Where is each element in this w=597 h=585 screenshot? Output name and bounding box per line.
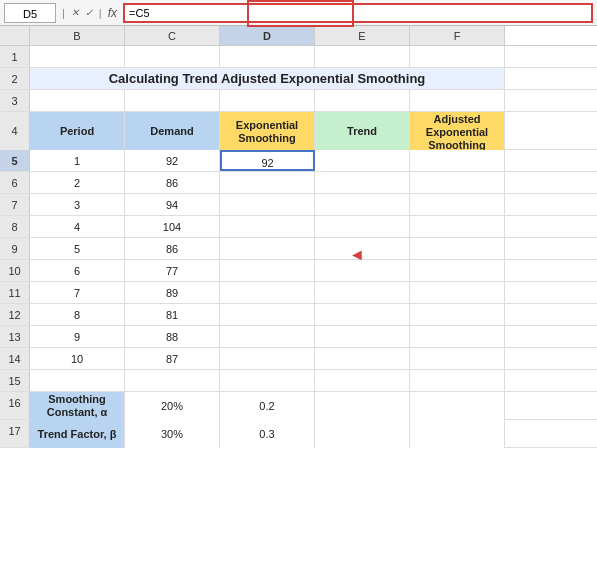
cell-e11[interactable] <box>315 282 410 303</box>
cell-f8[interactable] <box>410 216 505 237</box>
cell-c10[interactable]: 77 <box>125 260 220 281</box>
cell-d17[interactable]: 0.3 <box>220 420 315 448</box>
cell-d12[interactable] <box>220 304 315 325</box>
confirm-icon[interactable]: ✓ <box>85 7 93 18</box>
cell-e1[interactable] <box>315 46 410 67</box>
cell-f13[interactable] <box>410 326 505 347</box>
cell-f6[interactable] <box>410 172 505 193</box>
data-row-9: 9 5 86 <box>0 238 597 260</box>
cell-e15[interactable] <box>315 370 410 391</box>
cell-reference-box[interactable]: D5 <box>4 3 56 23</box>
data-row-13: 13 9 88 <box>0 326 597 348</box>
cell-e14[interactable] <box>315 348 410 369</box>
cell-b9[interactable]: 5 <box>30 238 125 259</box>
cell-c3[interactable] <box>125 90 220 111</box>
cell-c14[interactable]: 87 <box>125 348 220 369</box>
data-row-11: 11 7 89 <box>0 282 597 304</box>
row-17: 17 Trend Factor, β 30% 0.3 <box>0 420 597 448</box>
rownum-6: 6 <box>0 172 30 193</box>
cell-d11[interactable] <box>220 282 315 303</box>
rownum-2: 2 <box>0 68 30 89</box>
data-row-10: 10 6 77 <box>0 260 597 282</box>
cell-f16[interactable] <box>410 392 505 420</box>
cell-c15[interactable] <box>125 370 220 391</box>
col-header-f[interactable]: F <box>410 26 505 45</box>
rownum-17: 17 <box>0 420 30 447</box>
fx-icon: fx <box>108 6 117 20</box>
cell-e12[interactable] <box>315 304 410 325</box>
cell-f1[interactable] <box>410 46 505 67</box>
cell-f7[interactable] <box>410 194 505 215</box>
cell-e13[interactable] <box>315 326 410 347</box>
cell-f9[interactable] <box>410 238 505 259</box>
cell-c8[interactable]: 104 <box>125 216 220 237</box>
cell-d6[interactable] <box>220 172 315 193</box>
cell-b13[interactable]: 9 <box>30 326 125 347</box>
header-adj-exp: Adjusted Exponential Smoothing <box>410 112 505 150</box>
cell-c13[interactable]: 88 <box>125 326 220 347</box>
cell-b8[interactable]: 4 <box>30 216 125 237</box>
cell-b10[interactable]: 6 <box>30 260 125 281</box>
cell-e16[interactable] <box>315 392 410 420</box>
cell-e5[interactable] <box>315 150 410 171</box>
rownum-3: 3 <box>0 90 30 111</box>
rownum-14: 14 <box>0 348 30 369</box>
cell-d15[interactable] <box>220 370 315 391</box>
cell-f12[interactable] <box>410 304 505 325</box>
cell-c11[interactable]: 89 <box>125 282 220 303</box>
cell-e3[interactable] <box>315 90 410 111</box>
rownum-5: 5 <box>0 150 30 171</box>
cell-d3[interactable] <box>220 90 315 111</box>
cell-c6[interactable]: 86 <box>125 172 220 193</box>
cell-d8[interactable] <box>220 216 315 237</box>
cell-f3[interactable] <box>410 90 505 111</box>
cell-d10[interactable] <box>220 260 315 281</box>
formula-bar: D5 | ✕ ✓ | fx <box>0 0 597 26</box>
cell-b11[interactable]: 7 <box>30 282 125 303</box>
cell-e17[interactable] <box>315 420 410 448</box>
cell-e9[interactable] <box>315 238 410 259</box>
cell-d14[interactable] <box>220 348 315 369</box>
cell-c7[interactable]: 94 <box>125 194 220 215</box>
cell-c9[interactable]: 86 <box>125 238 220 259</box>
corner-header <box>0 26 30 45</box>
cell-b3[interactable] <box>30 90 125 111</box>
col-header-b[interactable]: B <box>30 26 125 45</box>
cell-c17[interactable]: 30% <box>125 420 220 448</box>
cell-d9[interactable] <box>220 238 315 259</box>
cell-e8[interactable] <box>315 216 410 237</box>
cancel-icon[interactable]: ✕ <box>71 7 79 18</box>
cell-e6[interactable] <box>315 172 410 193</box>
cell-b12[interactable]: 8 <box>30 304 125 325</box>
col-header-d[interactable]: D <box>220 26 315 45</box>
cell-f10[interactable] <box>410 260 505 281</box>
cell-f5[interactable] <box>410 150 505 171</box>
cell-d5[interactable]: 92 <box>220 150 315 171</box>
cell-b5[interactable]: 1 <box>30 150 125 171</box>
cell-d13[interactable] <box>220 326 315 347</box>
cell-d16[interactable]: 0.2 <box>220 392 315 420</box>
data-row-5: 5 1 92 92 <box>0 150 597 172</box>
cell-b14[interactable]: 10 <box>30 348 125 369</box>
cell-b1[interactable] <box>30 46 125 67</box>
cell-d1[interactable] <box>220 46 315 67</box>
data-row-14: 14 10 87 <box>0 348 597 370</box>
cell-f15[interactable] <box>410 370 505 391</box>
cell-f17[interactable] <box>410 420 505 448</box>
cell-c5[interactable]: 92 <box>125 150 220 171</box>
cell-c16[interactable]: 20% <box>125 392 220 420</box>
cell-b6[interactable]: 2 <box>30 172 125 193</box>
cell-e10[interactable] <box>315 260 410 281</box>
col-header-c[interactable]: C <box>125 26 220 45</box>
cell-e7[interactable] <box>315 194 410 215</box>
cell-f14[interactable] <box>410 348 505 369</box>
adj-exp-line2: Exponential <box>426 126 488 139</box>
cell-c1[interactable] <box>125 46 220 67</box>
cell-b7[interactable]: 3 <box>30 194 125 215</box>
cell-d7[interactable] <box>220 194 315 215</box>
cell-c12[interactable]: 81 <box>125 304 220 325</box>
formula-input[interactable] <box>123 3 593 23</box>
col-header-e[interactable]: E <box>315 26 410 45</box>
cell-b15[interactable] <box>30 370 125 391</box>
cell-f11[interactable] <box>410 282 505 303</box>
